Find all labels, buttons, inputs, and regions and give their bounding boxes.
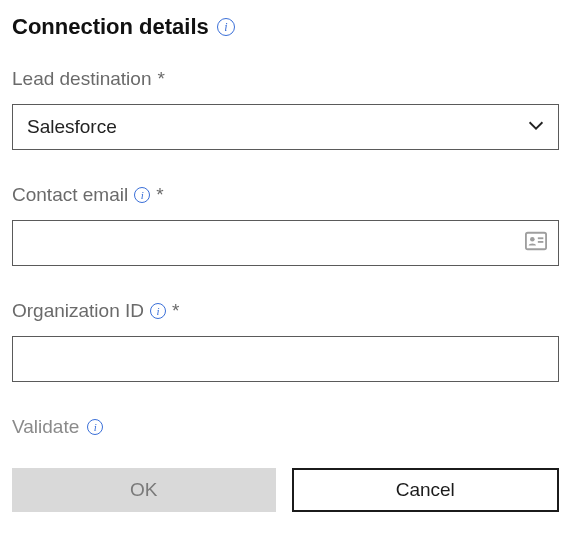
info-icon[interactable]: i <box>150 303 166 319</box>
required-mark: * <box>157 68 164 90</box>
lead-destination-field: Lead destination * Salesforce <box>12 68 559 150</box>
validate-label: Validate <box>12 416 79 438</box>
cancel-label: Cancel <box>396 479 455 501</box>
info-icon[interactable]: i <box>134 187 150 203</box>
contact-email-label: Contact email i * <box>12 184 559 206</box>
ok-button[interactable]: OK <box>12 468 276 512</box>
lead-destination-label-text: Lead destination <box>12 68 151 90</box>
ok-label: OK <box>130 479 157 501</box>
organization-id-label: Organization ID i * <box>12 300 559 322</box>
contact-email-field: Contact email i * <box>12 184 559 266</box>
connection-details-heading: Connection details <box>12 14 209 40</box>
info-icon[interactable]: i <box>87 419 103 435</box>
cancel-button[interactable]: Cancel <box>292 468 560 512</box>
contact-email-input[interactable] <box>12 220 559 266</box>
required-mark: * <box>172 300 179 322</box>
organization-id-field: Organization ID i * <box>12 300 559 382</box>
lead-destination-select[interactable]: Salesforce <box>12 104 559 150</box>
organization-id-input[interactable] <box>12 336 559 382</box>
svg-point-1 <box>530 237 535 242</box>
validate-link[interactable]: Validate i <box>12 416 103 438</box>
organization-id-label-text: Organization ID <box>12 300 144 322</box>
info-icon[interactable]: i <box>217 18 235 36</box>
button-row: OK Cancel <box>12 468 559 512</box>
lead-destination-value: Salesforce <box>27 105 117 149</box>
section-title: Connection details i <box>12 14 559 40</box>
contact-card-icon <box>525 231 547 255</box>
contact-email-label-text: Contact email <box>12 184 128 206</box>
required-mark: * <box>156 184 163 206</box>
lead-destination-label: Lead destination * <box>12 68 559 90</box>
